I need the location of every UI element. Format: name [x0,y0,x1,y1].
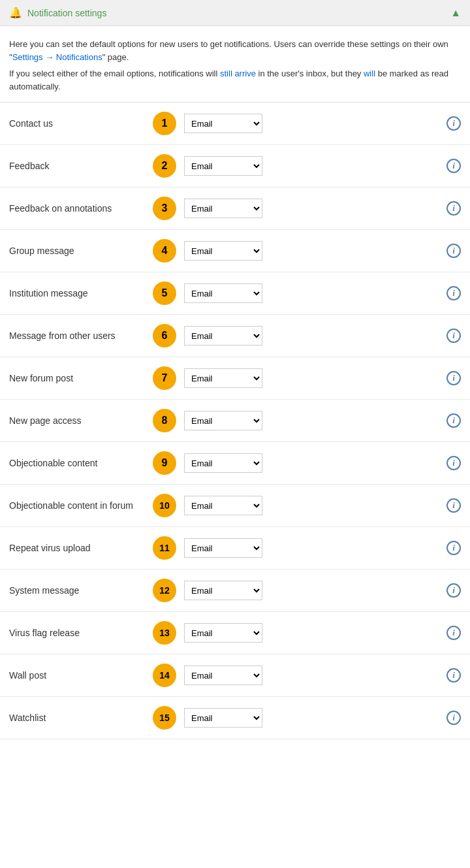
info-icon[interactable]: i [446,498,461,513]
table-row: Watchlist15EmailNoneDigesti [0,697,470,739]
info-icon[interactable]: i [446,116,461,131]
info-icon[interactable]: i [446,626,461,640]
row-badge: 4 [153,239,176,263]
row-badge: 1 [153,112,176,135]
notification-type-select[interactable]: EmailNoneDigest [184,156,262,176]
table-row: New forum post7EmailNoneDigesti [0,357,470,400]
row-select-wrapper[interactable]: EmailNoneDigest [184,114,262,133]
row-select-wrapper[interactable]: EmailNoneDigest [184,623,262,643]
table-row: Message from other users6EmailNoneDigest… [0,315,470,357]
info-icon[interactable]: i [446,583,461,598]
notification-rows-container: Contact us1EmailNoneDigestiFeedback2Emai… [0,103,470,739]
info-icon[interactable]: i [446,541,461,555]
row-badge: 9 [153,451,176,475]
table-row: System message12EmailNoneDigesti [0,570,470,612]
table-row: Contact us1EmailNoneDigesti [0,103,470,145]
notification-type-select[interactable]: EmailNoneDigest [184,666,262,685]
row-label: Message from other users [9,330,153,341]
row-select-wrapper[interactable]: EmailNoneDigest [184,496,262,515]
info-icon[interactable]: i [446,456,461,470]
row-select-wrapper[interactable]: EmailNoneDigest [184,666,262,685]
notification-type-select[interactable]: EmailNoneDigest [184,538,262,558]
row-badge: 15 [153,706,176,730]
row-select-wrapper[interactable]: EmailNoneDigest [184,368,262,388]
row-label: Feedback [9,161,153,171]
row-label: Wall post [9,670,153,681]
row-badge: 14 [153,664,176,687]
table-row: Feedback2EmailNoneDigesti [0,145,470,187]
notification-type-select[interactable]: EmailNoneDigest [184,114,262,133]
bell-icon: 🔔 [9,7,22,19]
row-select-wrapper[interactable]: EmailNoneDigest [184,199,262,218]
table-row: Objectionable content in forum10EmailNon… [0,485,470,527]
row-label: New page access [9,415,153,426]
row-label: New forum post [9,373,153,383]
page-title: Notification settings [27,8,106,18]
info-icon[interactable]: i [446,371,461,385]
row-select-wrapper[interactable]: EmailNoneDigest [184,453,262,473]
notification-type-select[interactable]: EmailNoneDigest [184,453,262,473]
row-badge: 2 [153,154,176,178]
row-select-wrapper[interactable]: EmailNoneDigest [184,538,262,558]
row-label: Objectionable content in forum [9,500,153,511]
row-select-wrapper[interactable]: EmailNoneDigest [184,283,262,303]
table-row: Group message4EmailNoneDigesti [0,230,470,272]
row-select-wrapper[interactable]: EmailNoneDigest [184,241,262,261]
notification-type-select[interactable]: EmailNoneDigest [184,411,262,430]
row-label: Institution message [9,288,153,298]
row-label: Watchlist [9,713,153,723]
info-icon[interactable]: i [446,413,461,428]
notification-type-select[interactable]: EmailNoneDigest [184,199,262,218]
row-select-wrapper[interactable]: EmailNoneDigest [184,326,262,346]
row-label: System message [9,585,153,596]
chevron-up-icon[interactable]: ▲ [450,7,461,19]
notification-type-select[interactable]: EmailNoneDigest [184,326,262,346]
info-icon[interactable]: i [446,201,461,216]
notification-type-select[interactable]: EmailNoneDigest [184,708,262,728]
row-badge: 13 [153,621,176,645]
row-badge: 3 [153,197,176,220]
table-row: Objectionable content9EmailNoneDigesti [0,442,470,485]
info-icon[interactable]: i [446,159,461,173]
info-icon[interactable]: i [446,329,461,343]
notification-type-select[interactable]: EmailNoneDigest [184,283,262,303]
notification-type-select[interactable]: EmailNoneDigest [184,623,262,643]
info-text-2: If you select either of the email option… [9,67,461,93]
info-icon[interactable]: i [446,244,461,258]
info-icon[interactable]: i [446,286,461,300]
info-icon[interactable]: i [446,668,461,683]
row-label: Feedback on annotations [9,203,153,214]
row-badge: 6 [153,324,176,347]
row-badge: 10 [153,494,176,517]
table-row: Virus flag release13EmailNoneDigesti [0,612,470,654]
page-header: 🔔 Notification settings ▲ [0,0,470,26]
notification-type-select[interactable]: EmailNoneDigest [184,368,262,388]
row-select-wrapper[interactable]: EmailNoneDigest [184,411,262,430]
row-select-wrapper[interactable]: EmailNoneDigest [184,581,262,600]
row-select-wrapper[interactable]: EmailNoneDigest [184,708,262,728]
table-row: Wall post14EmailNoneDigesti [0,654,470,697]
table-row: New page access8EmailNoneDigesti [0,400,470,442]
info-section: Here you can set the default options for… [0,26,470,103]
row-badge: 8 [153,409,176,432]
row-badge: 7 [153,366,176,390]
notification-type-select[interactable]: EmailNoneDigest [184,496,262,515]
notification-type-select[interactable]: EmailNoneDigest [184,581,262,600]
row-select-wrapper[interactable]: EmailNoneDigest [184,156,262,176]
row-badge: 5 [153,281,176,305]
row-label: Virus flag release [9,628,153,638]
row-label: Objectionable content [9,458,153,468]
row-label: Contact us [9,118,153,129]
row-label: Repeat virus upload [9,543,153,553]
row-label: Group message [9,246,153,256]
table-row: Institution message5EmailNoneDigesti [0,272,470,315]
row-badge: 11 [153,536,176,560]
table-row: Feedback on annotations3EmailNoneDigesti [0,187,470,230]
row-badge: 12 [153,579,176,602]
notification-type-select[interactable]: EmailNoneDigest [184,241,262,261]
table-row: Repeat virus upload11EmailNoneDigesti [0,527,470,570]
info-text-1: Here you can set the default options for… [9,38,461,63]
info-icon[interactable]: i [446,711,461,725]
